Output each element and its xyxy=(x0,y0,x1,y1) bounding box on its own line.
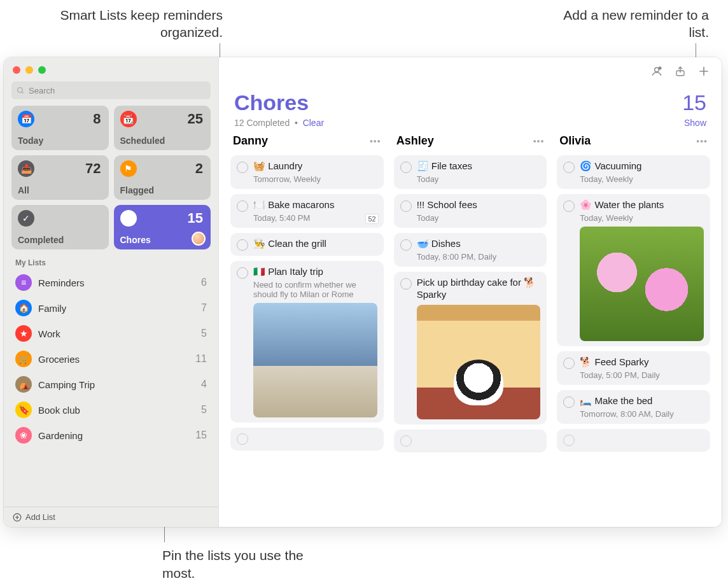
new-reminder-placeholder[interactable] xyxy=(557,429,710,452)
smart-list-all[interactable]: 📥 72 All xyxy=(11,155,109,200)
clear-button[interactable]: Clear xyxy=(303,118,324,128)
list-count: 5 xyxy=(201,404,207,416)
smart-list-label: Completed xyxy=(18,235,64,245)
smart-list-count: 15 xyxy=(188,210,203,227)
column-name: Danny xyxy=(233,134,268,148)
reminder-card[interactable]: 🌀 VacuumingToday, Weekly xyxy=(557,155,710,189)
list-label: Work xyxy=(38,328,60,339)
completed-count: 12 Completed xyxy=(234,118,290,128)
smart-list-chores[interactable]: ≡ 15 Chores xyxy=(114,205,211,249)
complete-toggle[interactable] xyxy=(237,200,248,212)
complete-toggle[interactable] xyxy=(400,435,412,447)
complete-toggle[interactable] xyxy=(237,433,248,445)
new-reminder-placeholder[interactable] xyxy=(394,430,547,452)
minimize-window-button[interactable] xyxy=(25,66,33,74)
list-count: 5 xyxy=(201,328,207,339)
column-menu-button[interactable]: ••• xyxy=(370,136,381,146)
reminder-title: Pick up birthday cake for 🐕 Sparky xyxy=(417,277,541,301)
smart-list-icon: 📥 xyxy=(18,160,34,177)
svg-point-6 xyxy=(659,67,662,70)
column-danny: Danny ••• 🧺 LaundryTomorrow, Weekly 🍽️ B… xyxy=(230,134,384,522)
list-row-family[interactable]: 🏠 Family 7 xyxy=(8,295,214,321)
complete-toggle[interactable] xyxy=(400,200,412,212)
search-input[interactable]: Search xyxy=(11,81,211,99)
share-button[interactable] xyxy=(675,65,686,80)
reminder-card[interactable]: 🥣 DishesToday, 8:00 PM, Daily xyxy=(394,233,547,267)
reminder-title: 🧾 File taxes xyxy=(417,160,472,172)
list-icon: ❀ xyxy=(15,427,32,444)
list-count: 15 xyxy=(195,430,207,441)
complete-toggle[interactable] xyxy=(400,162,412,173)
list-label: Family xyxy=(38,303,66,314)
list-count: 7 xyxy=(201,302,207,314)
smart-list-icon: 📆 xyxy=(120,111,137,127)
list-icon: 🏠 xyxy=(15,300,32,316)
smart-list-flagged[interactable]: ⚑ 2 Flagged xyxy=(114,155,211,200)
smart-list-label: Flagged xyxy=(120,185,155,195)
list-label: Groceries xyxy=(38,354,80,365)
reminder-card[interactable]: Pick up birthday cake for 🐕 Sparky xyxy=(394,272,547,424)
smart-list-count: 8 xyxy=(93,111,101,127)
reminder-title: 🛏️ Make the bed xyxy=(580,395,652,407)
column-name: Ashley xyxy=(396,134,434,148)
complete-toggle[interactable] xyxy=(563,200,575,212)
columns: Danny ••• 🧺 LaundryTomorrow, Weekly 🍽️ B… xyxy=(219,134,722,527)
complete-toggle[interactable] xyxy=(563,435,575,446)
list-row-groceries[interactable]: 🛒 Groceries 11 xyxy=(8,346,214,372)
complete-toggle[interactable] xyxy=(237,162,248,173)
column-header: Olivia ••• xyxy=(557,134,710,150)
add-reminder-button[interactable] xyxy=(697,65,710,80)
smart-list-scheduled[interactable]: 📆 25 Scheduled xyxy=(114,106,211,150)
search-icon xyxy=(17,87,25,95)
reminder-card[interactable]: !!! School feesToday xyxy=(394,194,547,228)
show-button[interactable]: Show xyxy=(684,118,706,128)
list-label: Gardening xyxy=(38,430,83,441)
smart-list-label: Chores xyxy=(120,235,151,245)
smart-list-icon: ≡ xyxy=(120,210,137,227)
shared-avatar xyxy=(192,232,206,246)
list-row-work[interactable]: ★ Work 5 xyxy=(8,321,214,346)
reminder-meta: Today xyxy=(417,174,541,184)
reminder-meta: Today, 8:00 PM, Daily xyxy=(417,252,541,262)
complete-toggle[interactable] xyxy=(237,239,248,251)
reminder-card[interactable]: 🍽️ Bake macaronsToday, 5:40 PM52 xyxy=(230,194,384,228)
smart-list-icon: 📅 xyxy=(18,111,34,127)
add-list-button[interactable]: Add List xyxy=(4,507,218,527)
close-window-button[interactable] xyxy=(13,66,20,74)
reminder-card[interactable]: 🧾 File taxesToday xyxy=(394,155,547,189)
column-menu-button[interactable]: ••• xyxy=(533,136,545,146)
list-icon: 🛒 xyxy=(15,351,32,367)
complete-toggle[interactable] xyxy=(400,278,412,290)
complete-toggle[interactable] xyxy=(563,162,575,173)
reminder-card[interactable]: 👨‍🍳 Clean the grill xyxy=(230,233,384,256)
list-icon: 🔖 xyxy=(15,402,32,418)
list-row-gardening[interactable]: ❀ Gardening 15 xyxy=(8,423,214,448)
list-row-camping-trip[interactable]: ⛺ Camping Trip 4 xyxy=(8,372,214,397)
reminder-card[interactable]: 🛏️ Make the bedTomorrow, 8:00 AM, Daily xyxy=(557,390,710,424)
complete-toggle[interactable] xyxy=(563,396,575,408)
reminder-card[interactable]: 🇮🇹 Plan Italy tripNeed to confirm whethe… xyxy=(230,261,384,423)
reminder-title: 🐕 Feed Sparky xyxy=(580,356,648,368)
complete-toggle[interactable] xyxy=(563,358,575,369)
smart-list-completed[interactable]: ✓ Completed xyxy=(11,205,109,249)
column-menu-button[interactable]: ••• xyxy=(696,136,708,146)
fullscreen-window-button[interactable] xyxy=(38,66,46,74)
list-row-reminders[interactable]: ≡ Reminders 6 xyxy=(8,270,214,295)
reminder-title: 👨‍🍳 Clean the grill xyxy=(253,238,326,250)
callout-pin-lists: Pin the lists you use the most. xyxy=(162,547,309,582)
reminder-card[interactable]: 🧺 LaundryTomorrow, Weekly xyxy=(230,155,384,189)
collaborate-button[interactable] xyxy=(650,65,663,80)
smart-list-label: Scheduled xyxy=(120,136,165,146)
my-lists-header: My Lists xyxy=(4,249,218,270)
search-placeholder: Search xyxy=(29,86,55,95)
reminder-card[interactable]: 🌸 Water the plantsToday, Weekly xyxy=(557,194,710,346)
reminder-card[interactable]: 🐕 Feed SparkyToday, 5:00 PM, Daily xyxy=(557,351,710,385)
svg-point-0 xyxy=(18,87,23,92)
complete-toggle[interactable] xyxy=(400,239,412,251)
smart-lists-grid: 📅 8 Today 📆 25 Scheduled 📥 72 All ⚑ 2 Fl… xyxy=(4,106,218,249)
list-row-book-club[interactable]: 🔖 Book club 5 xyxy=(8,397,214,423)
reminder-meta: Tomorrow, Weekly xyxy=(253,174,377,184)
complete-toggle[interactable] xyxy=(237,267,248,279)
smart-list-today[interactable]: 📅 8 Today xyxy=(11,106,109,150)
new-reminder-placeholder[interactable] xyxy=(230,428,384,451)
